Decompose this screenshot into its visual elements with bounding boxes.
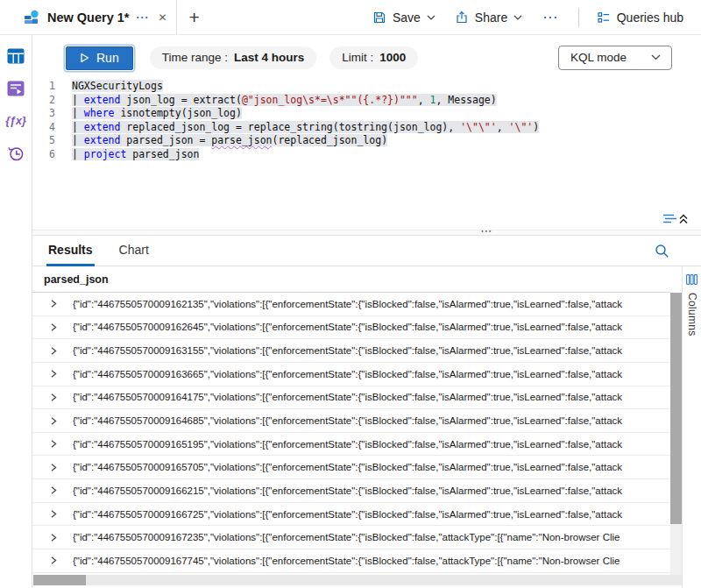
- search-button[interactable]: [655, 244, 669, 259]
- header-divider: [578, 8, 579, 27]
- row-expand-chevron-icon[interactable]: [49, 346, 58, 356]
- editor-code: NGXSecurityLogs| extend json_log = extra…: [64, 80, 539, 162]
- row-expand-chevron-icon[interactable]: [49, 439, 58, 449]
- run-label: Run: [96, 51, 119, 65]
- sidebar-item-history[interactable]: [5, 144, 26, 163]
- row-json-text: {"id":"4467550570009162645","violations"…: [73, 322, 670, 332]
- function-icon: {ƒx}: [5, 115, 26, 127]
- vertical-scrollbar[interactable]: [670, 293, 682, 575]
- code-line[interactable]: | where isnotempty(json_log): [72, 107, 539, 121]
- tab-bar: New Query 1* ··· ✕ + Save Share: [0, 0, 701, 35]
- sidebar-item-functions[interactable]: {ƒx}: [5, 111, 26, 131]
- history-clock-icon: [7, 145, 25, 162]
- share-button[interactable]: Share: [450, 7, 528, 28]
- row-expand-chevron-icon[interactable]: [49, 533, 58, 542]
- row-expand-chevron-icon[interactable]: [49, 556, 58, 565]
- row-json-text: {"id":"4467550570009167235","violations"…: [73, 532, 670, 542]
- time-range-pill[interactable]: Time range : Last 4 hours: [150, 46, 317, 69]
- line-number: 6: [32, 148, 55, 162]
- code-line[interactable]: | extend replaced_json_log = replace_str…: [72, 121, 539, 135]
- table-row[interactable]: {"id":"4467550570009165705","violations"…: [32, 456, 670, 479]
- sidebar-item-queries[interactable]: [5, 79, 26, 98]
- grid-body: {"id":"4467550570009162135","violations"…: [32, 293, 670, 575]
- editor-gutter: 123456: [32, 80, 64, 162]
- row-expand-chevron-icon[interactable]: [49, 485, 58, 495]
- table-icon: [7, 48, 25, 64]
- time-range-value: Last 4 hours: [234, 51, 304, 64]
- tab-chart[interactable]: Chart: [117, 236, 151, 266]
- line-number: 2: [32, 94, 55, 108]
- row-json-text: {"id":"4467550570009162135","violations"…: [73, 299, 670, 309]
- queries-hub-icon: [597, 11, 611, 25]
- main-area: {ƒx} Run: [0, 35, 701, 588]
- horizontal-scrollbar[interactable]: [33, 575, 682, 585]
- table-row[interactable]: {"id":"4467550570009166725","violations"…: [32, 503, 670, 527]
- share-label: Share: [475, 11, 507, 25]
- vertical-scrollbar-thumb[interactable]: [670, 293, 682, 524]
- row-json-text: {"id":"4467550570009163155","violations"…: [73, 345, 670, 356]
- code-line[interactable]: | extend parsed_json = parse_json(replac…: [72, 134, 539, 148]
- more-options-button[interactable]: ···: [536, 11, 566, 24]
- limit-pill[interactable]: Limit : 1000: [329, 46, 418, 69]
- save-icon: [372, 11, 386, 25]
- table-row[interactable]: {"id":"4467550570009163155","violations"…: [32, 339, 670, 363]
- code-line[interactable]: | extend json_log = extract(@"json_log\s…: [72, 94, 539, 108]
- column-header[interactable]: parsed_json: [32, 266, 670, 293]
- save-label: Save: [393, 11, 421, 25]
- content-area: Run Time range : Last 4 hours Limit : 10…: [32, 35, 701, 588]
- editor-footer-actions: [661, 212, 689, 225]
- row-expand-chevron-icon[interactable]: [49, 509, 58, 519]
- row-expand-chevron-icon[interactable]: [49, 416, 58, 426]
- table-row[interactable]: {"id":"4467550570009167235","violations"…: [32, 526, 670, 549]
- collapse-lines-chevrons-icon: [661, 212, 689, 225]
- kql-mode-select[interactable]: KQL mode: [558, 46, 672, 70]
- line-number: 1: [32, 80, 55, 94]
- horizontal-scrollbar-thumb[interactable]: [33, 575, 86, 585]
- kql-mode-value: KQL mode: [570, 51, 627, 64]
- query-toolbar: Run Time range : Last 4 hours Limit : 10…: [32, 35, 701, 75]
- row-expand-chevron-icon[interactable]: [49, 322, 58, 332]
- tab-more-icon[interactable]: ···: [137, 11, 150, 24]
- row-expand-chevron-icon[interactable]: [49, 393, 58, 402]
- sidebar-item-tables[interactable]: [5, 46, 26, 66]
- splitter-drag-handle[interactable]: ⋯: [480, 225, 493, 237]
- run-button[interactable]: Run: [66, 46, 133, 70]
- table-row[interactable]: {"id":"4467550570009164685","violations"…: [32, 409, 670, 433]
- results-grid: parsed_json {"id":"4467550570009162135",…: [32, 266, 670, 575]
- code-line[interactable]: NGXSecurityLogs: [72, 80, 539, 94]
- table-row[interactable]: {"id":"4467550570009164175","violations"…: [32, 386, 670, 410]
- save-chevron-down-icon: [427, 15, 435, 20]
- adx-logo-icon: [23, 9, 40, 26]
- new-tab-button[interactable]: +: [189, 8, 200, 26]
- line-number: 3: [32, 107, 55, 121]
- code-line[interactable]: | project parsed_json: [72, 148, 539, 162]
- collapse-editor-button[interactable]: [661, 212, 689, 225]
- query-panel: Run Time range : Last 4 hours Limit : 10…: [32, 35, 701, 230]
- table-row[interactable]: {"id":"4467550570009162645","violations"…: [32, 316, 670, 340]
- table-row[interactable]: {"id":"4467550570009165195","violations"…: [32, 433, 670, 457]
- table-row[interactable]: {"id":"4467550570009163665","violations"…: [32, 363, 670, 386]
- results-panel: Results Chart parsed_json {"id":"4467550…: [32, 236, 701, 588]
- queries-hub-button[interactable]: Queries hub: [591, 7, 689, 28]
- columns-side-panel[interactable]: Columns: [682, 266, 701, 588]
- row-expand-chevron-icon[interactable]: [49, 299, 58, 308]
- line-number: 4: [32, 121, 55, 135]
- tab-close-icon[interactable]: ✕: [159, 11, 167, 24]
- query-editor[interactable]: 123456 NGXSecurityLogs| extend json_log …: [32, 80, 701, 162]
- play-icon: [80, 53, 89, 63]
- tab-results[interactable]: Results: [46, 236, 95, 266]
- share-icon: [455, 11, 469, 25]
- row-expand-chevron-icon[interactable]: [49, 369, 58, 379]
- query-tab[interactable]: New Query 1* ··· ✕: [16, 0, 177, 34]
- columns-panel-label: Columns: [686, 293, 698, 336]
- panel-splitter[interactable]: ⋯: [32, 230, 701, 236]
- table-row[interactable]: {"id":"4467550570009162135","violations"…: [32, 293, 670, 316]
- results-tab-bar: Results Chart: [32, 236, 701, 266]
- row-expand-chevron-icon[interactable]: [49, 463, 58, 472]
- results-body: parsed_json {"id":"4467550570009162135",…: [32, 266, 701, 588]
- save-button[interactable]: Save: [367, 7, 441, 28]
- row-json-text: {"id":"4467550570009164685","violations"…: [73, 415, 670, 426]
- table-row[interactable]: {"id":"4467550570009167745","violations"…: [32, 549, 670, 573]
- table-row[interactable]: {"id":"4467550570009166215","violations"…: [32, 479, 670, 503]
- row-json-text: {"id":"4467550570009166215","violations"…: [73, 485, 670, 496]
